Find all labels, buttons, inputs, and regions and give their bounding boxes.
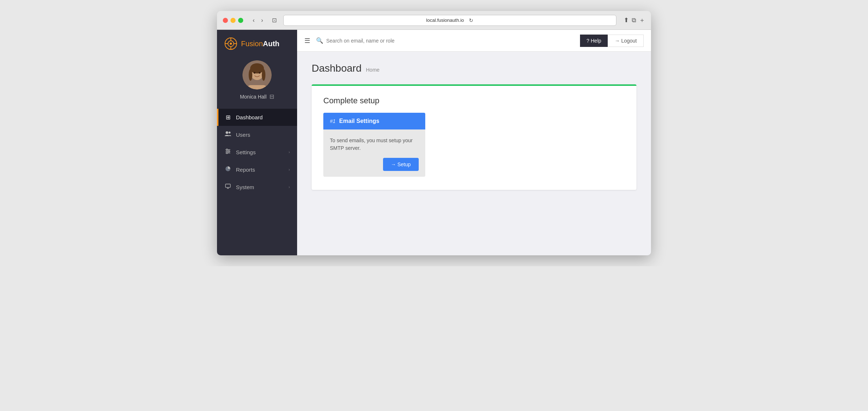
topbar: ☰ 🔍 ? Help → Logout — [297, 30, 651, 52]
sidebar-toggle-button[interactable]: ⊡ — [270, 15, 279, 25]
forward-button[interactable]: › — [259, 16, 265, 25]
svg-point-10 — [250, 63, 264, 73]
sidebar-logo: FusionAuth — [217, 30, 297, 56]
browser-navigation: ‹ › — [250, 16, 265, 25]
setup-button[interactable]: → Setup — [383, 158, 419, 171]
sidebar-item-label: System — [236, 184, 284, 190]
page-header: Dashboard Home — [312, 63, 636, 74]
logo-auth: Auth — [263, 40, 280, 48]
help-button[interactable]: ? Help — [580, 35, 608, 47]
sidebar-item-reports[interactable]: Reports › — [217, 161, 297, 178]
sidebar-item-dashboard[interactable]: ⊞ Dashboard — [217, 109, 297, 126]
setup-item-description: To send emails, you must setup your SMTP… — [330, 137, 419, 152]
url-text: local.fusionauth.io — [426, 17, 464, 23]
user-card-icon: ⊟ — [269, 93, 274, 100]
sidebar-item-label: Users — [236, 132, 290, 138]
svg-point-23 — [226, 152, 228, 154]
search-icon: 🔍 — [316, 37, 323, 44]
back-button[interactable]: ‹ — [250, 16, 257, 25]
setup-card: Complete setup #1 Email Settings To send… — [312, 84, 636, 190]
svg-rect-24 — [225, 184, 230, 187]
main-content: ☰ 🔍 ? Help → Logout Dashboard Home — [297, 30, 651, 255]
minimize-window-button[interactable] — [230, 18, 236, 23]
dashboard-icon: ⊞ — [224, 114, 232, 121]
svg-point-12 — [262, 69, 265, 81]
setup-email-item: #1 Email Settings To send emails, you mu… — [323, 113, 425, 177]
sidebar-item-users[interactable]: Users — [217, 126, 297, 143]
sidebar-item-label: Reports — [236, 167, 284, 173]
share-button[interactable]: ⬆ — [624, 16, 629, 24]
browser-titlebar: ‹ › ⊡ local.fusionauth.io ↻ ⬆ ⧉ ＋ — [217, 11, 651, 30]
svg-point-2 — [230, 43, 232, 45]
svg-rect-15 — [247, 85, 267, 89]
topbar-actions: ? Help → Logout — [580, 35, 644, 47]
sidebar-item-label: Settings — [236, 149, 284, 155]
sidebar: FusionAuth — [217, 30, 297, 255]
browser-window-controls — [223, 18, 243, 23]
dashboard-content: Dashboard Home Complete setup #1 Email S… — [297, 52, 651, 255]
setup-section-title: Complete setup — [323, 96, 625, 105]
search-container: 🔍 — [316, 37, 574, 44]
add-tab-button[interactable]: ＋ — [639, 16, 645, 24]
breadcrumb: Home — [366, 67, 379, 73]
svg-point-16 — [226, 131, 228, 134]
setup-item-header: #1 Email Settings — [323, 113, 425, 129]
logo-fusion: Fusion — [241, 40, 263, 48]
user-info: Monica Hall ⊟ — [240, 93, 274, 100]
search-input[interactable] — [326, 38, 574, 44]
users-icon — [224, 131, 232, 138]
address-bar[interactable]: local.fusionauth.io ↻ — [283, 15, 616, 26]
chevron-right-icon: › — [289, 150, 290, 154]
avatar-image — [242, 60, 272, 89]
logout-button[interactable]: → Logout — [608, 35, 644, 47]
sidebar-item-label: Dashboard — [236, 114, 290, 120]
settings-icon — [224, 148, 232, 156]
sidebar-nav: ⊞ Dashboard Users — [217, 106, 297, 255]
fusionauth-logo-icon — [224, 37, 237, 50]
menu-toggle-button[interactable]: ☰ — [304, 37, 310, 45]
svg-point-22 — [228, 151, 230, 152]
user-avatar-section: Monica Hall ⊟ — [217, 56, 297, 106]
reports-icon — [224, 166, 232, 173]
svg-point-14 — [259, 72, 261, 74]
setup-card-inner: Complete setup #1 Email Settings To send… — [312, 86, 636, 190]
refresh-button[interactable]: ↻ — [469, 17, 473, 23]
sidebar-item-settings[interactable]: Settings › — [217, 143, 297, 161]
browser-action-buttons: ⬆ ⧉ ＋ — [624, 16, 645, 24]
setup-item-title: Email Settings — [339, 118, 379, 124]
chevron-right-icon: › — [289, 185, 290, 189]
svg-point-21 — [226, 149, 228, 151]
svg-point-11 — [249, 69, 252, 81]
page-title: Dashboard — [312, 63, 362, 74]
sidebar-item-system[interactable]: System › — [217, 178, 297, 196]
setup-item-number: #1 — [330, 118, 336, 124]
app-container: FusionAuth — [217, 30, 651, 255]
svg-point-17 — [229, 132, 230, 133]
close-window-button[interactable] — [223, 18, 228, 23]
svg-point-13 — [254, 72, 256, 74]
avatar — [242, 60, 272, 89]
app-name: FusionAuth — [241, 40, 280, 48]
chevron-right-icon: › — [289, 168, 290, 172]
system-icon — [224, 183, 232, 191]
new-tab-button[interactable]: ⧉ — [632, 16, 636, 24]
setup-item-body: To send emails, you must setup your SMTP… — [323, 129, 425, 177]
maximize-window-button[interactable] — [238, 18, 243, 23]
user-name: Monica Hall — [240, 94, 267, 100]
browser-window: ‹ › ⊡ local.fusionauth.io ↻ ⬆ ⧉ ＋ — [217, 11, 651, 255]
